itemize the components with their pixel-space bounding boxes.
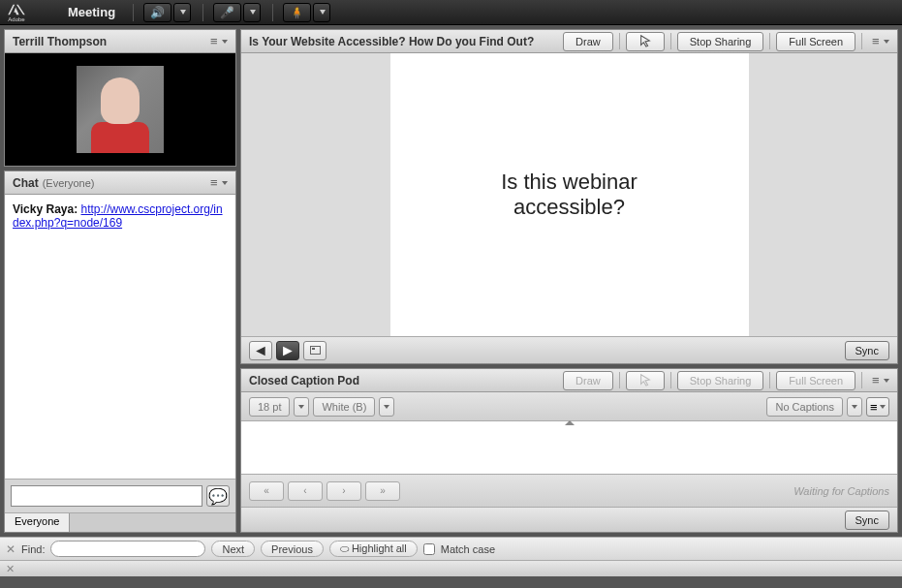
- arrow-right-icon: ►: [280, 342, 295, 359]
- match-case-label: Match case: [441, 543, 495, 555]
- caption-color[interactable]: White (B): [313, 397, 375, 417]
- caption-stop-sharing-button[interactable]: Stop Sharing: [677, 371, 764, 390]
- speaker-icon: 🔊: [150, 6, 165, 19]
- arrow-left-icon: ◄: [253, 342, 268, 359]
- chat-scope: (Everyone): [43, 177, 95, 189]
- next-slide-button[interactable]: ►: [276, 341, 299, 360]
- caption-font-dropdown[interactable]: [294, 397, 309, 417]
- divider: [670, 372, 671, 388]
- right-column: Is Your Website Accessible? How Do you F…: [240, 29, 898, 533]
- microphone-icon: 🎤: [220, 6, 234, 19]
- chat-send-button[interactable]: 💬: [206, 485, 230, 507]
- share-pod-header: Is Your Website Accessible? How Do you F…: [241, 30, 897, 53]
- workarea: Terrill Thompson Chat (Everyone) Vicky R…: [0, 25, 902, 537]
- caption-pointer-button[interactable]: [626, 371, 665, 390]
- share-pod-options[interactable]: [872, 34, 889, 48]
- caption-title: Closed Caption Pod: [249, 374, 557, 387]
- caption-source[interactable]: No Captions: [766, 397, 843, 417]
- sync-button[interactable]: Sync: [845, 341, 889, 360]
- status-button[interactable]: 🧍: [283, 3, 311, 22]
- caption-back-button[interactable]: ‹: [288, 481, 323, 501]
- find-bar: ✕ Find: 🔍 Next Previous ⬭Highlight all M…: [0, 537, 902, 560]
- highlight-all-button[interactable]: ⬭Highlight all: [329, 541, 418, 557]
- full-screen-button[interactable]: Full Screen: [776, 32, 855, 51]
- caption-toolbar: 18 pt White (B) No Captions: [241, 392, 897, 421]
- caption-forward-button[interactable]: ›: [327, 481, 361, 501]
- caption-pod-options[interactable]: [872, 373, 889, 387]
- find-close-button[interactable]: ✕: [6, 542, 16, 556]
- chat-sender: Vicky Raya:: [13, 202, 78, 216]
- speech-bubble-icon: 💬: [208, 487, 228, 506]
- speaker-button[interactable]: 🔊: [143, 3, 171, 22]
- divider: [202, 4, 203, 21]
- meeting-menu[interactable]: Meeting: [60, 3, 123, 21]
- adobe-logo: Adobe: [4, 3, 29, 22]
- pointer-icon: [638, 34, 652, 49]
- caption-source-dropdown[interactable]: [847, 397, 862, 417]
- find-next-button[interactable]: Next: [211, 541, 255, 557]
- caption-pod: Closed Caption Pod Draw Stop Sharing Ful…: [240, 368, 898, 533]
- caption-sync-bar: Sync: [241, 507, 897, 532]
- chat-messages: Vicky Raya: http://www.cscproject.org/in…: [5, 195, 235, 479]
- caption-fastforward-button[interactable]: »: [365, 481, 400, 501]
- speaker-dropdown[interactable]: [173, 3, 191, 22]
- camera-pod: Terrill Thompson: [4, 29, 236, 167]
- find-previous-button[interactable]: Previous: [261, 541, 324, 557]
- find-input-wrap: 🔍: [50, 541, 205, 557]
- divider: [861, 372, 862, 388]
- camera-pod-options[interactable]: [210, 34, 228, 48]
- list-icon: [870, 398, 880, 416]
- caption-pod-header: Closed Caption Pod Draw Stop Sharing Ful…: [241, 369, 897, 392]
- find-input[interactable]: [50, 541, 205, 557]
- status-dropdown[interactable]: [313, 3, 330, 22]
- pointer-icon: [638, 373, 652, 388]
- caption-waiting-text: Waiting for Captions: [793, 485, 889, 497]
- stop-sharing-button[interactable]: Stop Sharing: [677, 32, 764, 51]
- show-sidebar-button[interactable]: [303, 341, 327, 360]
- chat-pod: Chat (Everyone) Vicky Raya: http://www.c…: [4, 170, 236, 533]
- chat-tab-everyone[interactable]: Everyone: [5, 513, 70, 532]
- caption-sync-button[interactable]: Sync: [845, 511, 889, 530]
- divider: [133, 4, 134, 21]
- chat-pod-options[interactable]: [210, 175, 228, 190]
- status-bar: ✕: [0, 560, 902, 576]
- resize-handle-icon[interactable]: [565, 420, 575, 425]
- divider: [670, 33, 671, 49]
- layout-icon: [310, 346, 321, 355]
- divider: [769, 372, 770, 388]
- highlight-icon: ⬭: [340, 542, 349, 554]
- share-canvas: Is this webinar accessible?: [241, 53, 897, 336]
- caption-color-dropdown[interactable]: [379, 397, 394, 417]
- caption-view-button[interactable]: [866, 397, 889, 417]
- caption-draw-button[interactable]: Draw: [563, 371, 613, 390]
- slide: Is this webinar accessible?: [390, 53, 749, 336]
- microphone-button[interactable]: 🎤: [213, 3, 241, 22]
- chat-input-bar: 💬: [5, 479, 235, 512]
- left-column: Terrill Thompson Chat (Everyone) Vicky R…: [4, 29, 236, 533]
- pointer-button[interactable]: [626, 32, 665, 51]
- caption-rewind-button[interactable]: «: [249, 481, 284, 501]
- prev-slide-button[interactable]: ◄: [249, 341, 272, 360]
- presenter-video-thumb: [77, 66, 164, 153]
- divider: [619, 372, 620, 388]
- caption-display-area: [241, 421, 897, 474]
- top-menubar: Adobe Meeting 🔊 🎤 🧍: [0, 0, 902, 25]
- presenter-name: Terrill Thompson: [13, 35, 107, 48]
- divider: [861, 33, 862, 49]
- match-case-checkbox[interactable]: [423, 543, 435, 555]
- chat-input[interactable]: [11, 485, 202, 507]
- caption-font-size[interactable]: 18 pt: [249, 397, 290, 417]
- chat-tabs: Everyone: [5, 512, 235, 532]
- camera-pod-header: Terrill Thompson: [5, 30, 235, 53]
- status-close-button[interactable]: ✕: [6, 563, 15, 575]
- slide-text: Is this webinar accessible?: [501, 170, 638, 220]
- divider: [272, 4, 273, 21]
- draw-button[interactable]: Draw: [563, 32, 613, 51]
- microphone-dropdown[interactable]: [243, 3, 261, 22]
- person-raise-hand-icon: 🧍: [290, 6, 304, 19]
- caption-full-screen-button[interactable]: Full Screen: [776, 371, 855, 390]
- find-label: Find:: [21, 543, 45, 555]
- video-area: [5, 53, 235, 166]
- share-pod: Is Your Website Accessible? How Do you F…: [240, 29, 898, 364]
- divider: [769, 33, 770, 49]
